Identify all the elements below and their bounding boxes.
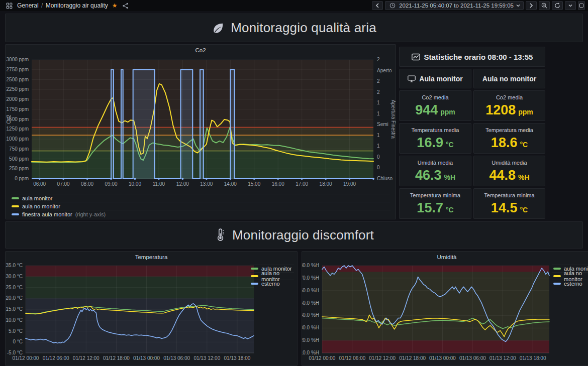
svg-text:20.0 %H: 20.0 %H bbox=[302, 337, 319, 343]
time-range-picker[interactable]: 2021-11-25 05:40:07 to 2021-11-25 19:59:… bbox=[385, 1, 524, 10]
svg-text:5.0 °C: 5.0 °C bbox=[9, 328, 23, 334]
legend-swatch-green bbox=[553, 268, 561, 270]
svg-text:2: 2 bbox=[377, 78, 380, 84]
umidita-panel: Umidità 01/12 00:0001/12 06:0001/12 12:0… bbox=[302, 251, 588, 366]
stat-unit: °C bbox=[446, 206, 454, 214]
temperatura-panel-title[interactable]: Temperatura bbox=[6, 252, 297, 263]
svg-text:10:00: 10:00 bbox=[129, 181, 141, 187]
co2-chart-plot[interactable]: 06:0007:0008:0009:0010:0011:0012:0013:00… bbox=[6, 56, 396, 194]
svg-text:Semi: Semi bbox=[377, 121, 388, 127]
stat-umid-media-no-monitor: Umidità media 44.8%H bbox=[473, 156, 545, 186]
svg-text:14:00: 14:00 bbox=[224, 181, 237, 187]
svg-text:07:00: 07:00 bbox=[57, 181, 70, 187]
temperatura-legend: aula monitor aula no monitor esterno bbox=[250, 265, 294, 287]
svg-text:08:00: 08:00 bbox=[81, 181, 93, 187]
svg-text:0 °C: 0 °C bbox=[13, 339, 23, 344]
caret-down-icon bbox=[516, 4, 520, 7]
stat-unit: °C bbox=[520, 141, 528, 149]
svg-text:09:00: 09:00 bbox=[105, 181, 118, 187]
discomfort-title: Monitoraggio discomfort bbox=[232, 227, 374, 243]
legend-label: esterno bbox=[261, 281, 280, 287]
leaf-icon bbox=[212, 22, 225, 35]
stat-umid-media-monitor: Umidità media 46.3%H bbox=[399, 156, 471, 186]
svg-text:01/12 06:00: 01/12 06:00 bbox=[339, 355, 365, 361]
legend-item-esterno[interactable]: esterno bbox=[552, 280, 588, 287]
stat-unit: ppm bbox=[518, 108, 533, 116]
svg-text:1250 ppm: 1250 ppm bbox=[7, 126, 29, 132]
legend-item-aula-monitor[interactable]: aula monitor bbox=[11, 194, 390, 202]
svg-text:01/12 18:00: 01/12 18:00 bbox=[399, 355, 426, 361]
time-range-text: 2021-11-25 05:40:07 to 2021-11-25 19:59:… bbox=[399, 3, 514, 9]
stat-value: 15.7 bbox=[417, 201, 443, 215]
svg-text:750 ppm: 750 ppm bbox=[9, 146, 29, 152]
time-shift-left-button[interactable] bbox=[372, 1, 383, 10]
svg-text:Aperto: Aperto bbox=[377, 68, 392, 73]
svg-text:30.0 °C: 30.0 °C bbox=[6, 274, 23, 279]
svg-text:19:00: 19:00 bbox=[343, 181, 356, 187]
svg-text:01/13 06:00: 01/13 06:00 bbox=[163, 355, 190, 361]
svg-text:10.0 %H: 10.0 %H bbox=[302, 350, 319, 355]
legend-item-finestra[interactable]: finestra aula monitor (right y-axis) bbox=[11, 210, 390, 218]
legend-label: finestra aula monitor bbox=[22, 211, 72, 217]
svg-text:70.0 %H: 70.0 %H bbox=[302, 275, 319, 281]
svg-text:10.0 °C: 10.0 °C bbox=[6, 317, 23, 323]
svg-text:20.0 °C: 20.0 °C bbox=[6, 295, 23, 301]
legend-item-esterno[interactable]: esterno bbox=[250, 280, 294, 287]
zoom-out-button[interactable] bbox=[539, 1, 550, 10]
co2-panel-title[interactable]: Co2 bbox=[6, 45, 396, 56]
svg-text:60.0 %H: 60.0 %H bbox=[302, 288, 319, 293]
svg-text:2250 ppm: 2250 ppm bbox=[7, 86, 29, 92]
svg-text:50.0 %H: 50.0 %H bbox=[302, 300, 319, 306]
stat-temp-media-no-monitor: Temperatura media 18.6°C bbox=[473, 123, 545, 154]
stat-value: 1208 bbox=[485, 103, 516, 117]
svg-text:25.0 °C: 25.0 °C bbox=[6, 285, 23, 290]
temperatura-panel: Temperatura 01/12 00:0001/12 06:0001/12 … bbox=[5, 251, 298, 366]
svg-text:3000 ppm: 3000 ppm bbox=[7, 57, 29, 62]
legend-swatch-green bbox=[251, 268, 258, 270]
svg-text:01/12 12:00: 01/12 12:00 bbox=[369, 355, 396, 361]
svg-text:2500 ppm: 2500 ppm bbox=[7, 77, 29, 82]
refresh-button[interactable] bbox=[552, 1, 563, 10]
stat-unit: °C bbox=[520, 206, 528, 214]
thermometer-icon bbox=[214, 228, 226, 241]
svg-text:Co2: Co2 bbox=[6, 114, 12, 124]
stat-co2-media-monitor: Co2 media 944ppm bbox=[399, 90, 471, 121]
svg-text:16:00: 16:00 bbox=[272, 181, 284, 187]
stat-temp-media-monitor: Temperatura media 16.9°C bbox=[399, 123, 471, 154]
svg-text:01/12 06:00: 01/12 06:00 bbox=[43, 355, 69, 361]
stat-value: 46.3 bbox=[415, 169, 442, 182]
time-shift-right-button[interactable] bbox=[526, 1, 537, 10]
svg-text:0: 0 bbox=[377, 154, 380, 160]
svg-text:13:00: 13:00 bbox=[200, 181, 213, 187]
svg-text:15.0 °C: 15.0 °C bbox=[6, 306, 23, 312]
legend-swatch-yellow bbox=[251, 275, 258, 277]
svg-text:1: 1 bbox=[377, 111, 380, 116]
legend-item-aula-no-monitor[interactable]: aula no monitor bbox=[250, 272, 294, 280]
svg-text:1: 1 bbox=[377, 143, 380, 149]
svg-text:1000 ppm: 1000 ppm bbox=[7, 136, 29, 142]
svg-text:15:00: 15:00 bbox=[248, 181, 260, 187]
apps-grid-icon[interactable] bbox=[5, 2, 13, 10]
legend-swatch-yellow bbox=[553, 275, 561, 277]
legend-item-aula-no-monitor[interactable]: aula no monitor bbox=[552, 272, 588, 280]
cycle-view-button[interactable] bbox=[578, 1, 585, 10]
umidita-chart-plot[interactable]: 01/12 00:0001/12 06:0001/12 12:0001/12 1… bbox=[302, 263, 588, 365]
share-icon[interactable] bbox=[122, 2, 130, 10]
svg-text:Apertura Finestra: Apertura Finestra bbox=[390, 100, 396, 139]
breadcrumb: General / Monitoraggio air quality bbox=[17, 2, 108, 9]
stat-value: 44.8 bbox=[489, 169, 516, 182]
breadcrumb-section[interactable]: General bbox=[17, 2, 39, 9]
breadcrumb-page[interactable]: Monitoraggio air quality bbox=[46, 2, 108, 9]
umidita-panel-title[interactable]: Umidità bbox=[302, 252, 588, 263]
svg-text:0: 0 bbox=[377, 165, 380, 170]
col-aula-monitor-panel: Aula monitor bbox=[399, 69, 471, 88]
clock-icon bbox=[388, 2, 397, 10]
svg-text:2000 ppm: 2000 ppm bbox=[7, 96, 29, 102]
legend-item-aula-no-monitor[interactable]: aula no monitor bbox=[11, 202, 390, 210]
refresh-interval-caret-button[interactable] bbox=[565, 1, 576, 10]
stat-unit: %H bbox=[518, 173, 530, 181]
svg-text:01/12 00:00: 01/12 00:00 bbox=[13, 355, 39, 361]
stat-unit: %H bbox=[444, 173, 456, 181]
legend-label: aula no monitor bbox=[22, 203, 60, 209]
favorite-star-icon[interactable]: ★ bbox=[112, 3, 118, 9]
